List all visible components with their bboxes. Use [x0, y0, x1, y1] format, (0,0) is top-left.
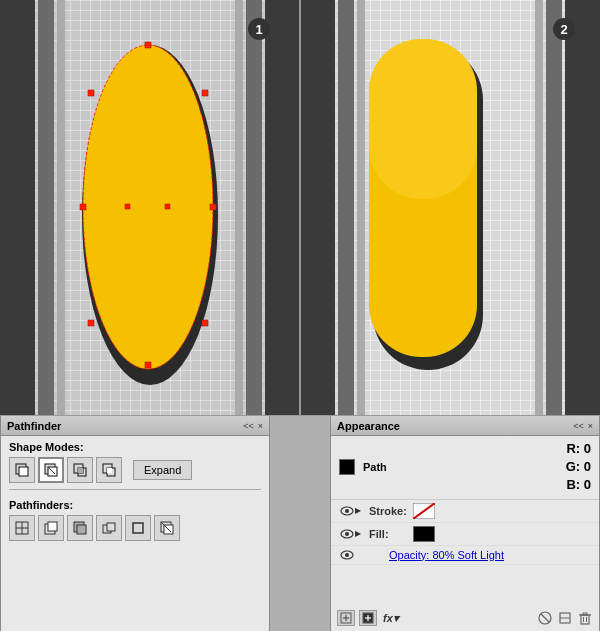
opacity-label[interactable]: Opacity: 80% Soft Light: [389, 549, 504, 561]
svg-rect-12: [165, 204, 170, 209]
stripe: [338, 0, 354, 415]
appearance-controls: << ×: [573, 421, 593, 431]
intersect-shape-btn[interactable]: [67, 457, 93, 483]
svg-rect-15: [369, 39, 477, 199]
exclude-shape-btn[interactable]: [96, 457, 122, 483]
svg-rect-31: [48, 522, 57, 531]
svg-rect-60: [583, 613, 587, 615]
stroke-label: Stroke:: [369, 505, 409, 517]
pathfinders-label: Pathfinders:: [1, 494, 269, 513]
panels-area: Pathfinder << × Shape Modes:: [0, 415, 600, 631]
pathfinders-row: [1, 513, 269, 543]
svg-rect-9: [88, 320, 94, 326]
add-new-stroke-btn[interactable]: [337, 610, 355, 626]
fill-swatch[interactable]: [413, 526, 435, 542]
svg-rect-17: [19, 467, 28, 476]
svg-rect-7: [88, 90, 94, 96]
svg-rect-35: [107, 523, 115, 531]
add-shape-btn[interactable]: [9, 457, 35, 483]
stripe: [38, 0, 54, 415]
svg-rect-23: [78, 468, 83, 473]
stripe: [235, 0, 243, 415]
pathfinder-collapse-btn[interactable]: <<: [243, 421, 254, 431]
expand-button[interactable]: Expand: [133, 460, 192, 480]
stripe: [0, 0, 35, 415]
stroke-expand-btn[interactable]: ▶: [355, 506, 365, 515]
reduce-to-basic-btn[interactable]: [557, 610, 573, 626]
canvas-left: 1: [0, 0, 300, 415]
stripe: [265, 0, 300, 415]
subtract-shape-btn[interactable]: [38, 457, 64, 483]
svg-rect-6: [210, 204, 216, 210]
stripe: [535, 0, 543, 415]
rgb-g-value: G: 0: [566, 458, 591, 476]
svg-rect-8: [202, 90, 208, 96]
pathfinder-controls: << ×: [243, 421, 263, 431]
shape-modes-label: Shape Modes:: [1, 436, 269, 455]
fill-row: ▶ Fill:: [331, 523, 599, 546]
stripe: [57, 0, 65, 415]
appearance-close-btn[interactable]: ×: [588, 421, 593, 431]
divide-btn[interactable]: [9, 515, 35, 541]
shape-right: [355, 25, 520, 400]
delete-item-btn[interactable]: [577, 610, 593, 626]
fill-visibility-btn[interactable]: [339, 528, 355, 540]
trim-btn[interactable]: [38, 515, 64, 541]
stripe: [565, 0, 600, 415]
svg-point-45: [345, 532, 349, 536]
add-new-fill-btn[interactable]: [359, 610, 377, 626]
svg-rect-36: [133, 523, 143, 533]
rgb-r-value: R: 0: [566, 440, 591, 458]
svg-rect-3: [145, 42, 151, 48]
canvas-right: 2: [300, 0, 600, 415]
appearance-header: Appearance << ×: [331, 416, 599, 436]
stroke-visibility-btn[interactable]: [339, 505, 355, 517]
stroke-row: ▶ Stroke:: [331, 500, 599, 523]
appearance-collapse-btn[interactable]: <<: [573, 421, 584, 431]
svg-rect-4: [145, 362, 151, 368]
rgb-display: R: 0 G: 0 B: 0: [566, 440, 591, 495]
appearance-panel: Appearance << × Path R: 0 G: 0 B: 0 ▶: [330, 416, 600, 631]
pathfinder-close-btn[interactable]: ×: [258, 421, 263, 431]
svg-rect-11: [125, 204, 130, 209]
badge-2: 2: [553, 18, 575, 40]
pathfinder-title: Pathfinder: [7, 420, 61, 432]
svg-point-1: [83, 45, 213, 369]
svg-point-41: [345, 509, 349, 513]
fx-btn[interactable]: fx▾: [383, 612, 399, 625]
stripe: [300, 0, 335, 415]
path-row: Path R: 0 G: 0 B: 0: [331, 436, 599, 500]
svg-rect-10: [202, 320, 208, 326]
fill-expand-btn[interactable]: ▶: [355, 529, 365, 538]
stripe: [546, 0, 562, 415]
svg-point-47: [345, 553, 349, 557]
rgb-b-value: B: 0: [566, 476, 591, 494]
pathfinder-panel: Pathfinder << × Shape Modes:: [0, 416, 270, 631]
pathfinder-divider: [9, 489, 261, 490]
shape-left: [70, 25, 230, 400]
badge-1: 1: [248, 18, 270, 40]
clear-appearance-btn[interactable]: [537, 610, 553, 626]
canvas-area: 1: [0, 0, 600, 415]
outline-btn[interactable]: [125, 515, 151, 541]
svg-rect-26: [107, 468, 112, 473]
appearance-title: Appearance: [337, 420, 400, 432]
svg-rect-58: [581, 615, 589, 624]
svg-line-55: [541, 614, 549, 622]
path-label: Path: [363, 461, 566, 473]
crop-btn[interactable]: [96, 515, 122, 541]
svg-rect-33: [77, 525, 86, 534]
svg-rect-5: [80, 204, 86, 210]
path-color-swatch: [339, 459, 355, 475]
stripe: [246, 0, 262, 415]
fill-label: Fill:: [369, 528, 409, 540]
minus-back-btn[interactable]: [154, 515, 180, 541]
pathfinder-header: Pathfinder << ×: [1, 416, 269, 436]
opacity-row: Opacity: 80% Soft Light: [331, 546, 599, 565]
canvas-divider: [299, 0, 301, 415]
shape-modes-row: Expand: [1, 455, 269, 485]
stroke-swatch[interactable]: [413, 503, 435, 519]
merge-btn[interactable]: [67, 515, 93, 541]
appearance-footer: fx▾: [331, 607, 599, 629]
opacity-visibility-btn[interactable]: [339, 549, 355, 561]
